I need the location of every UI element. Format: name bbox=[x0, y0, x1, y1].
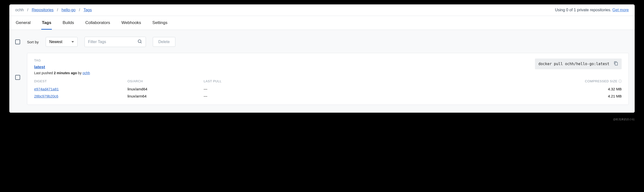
pushed-prefix: Last pushed bbox=[34, 71, 54, 75]
breadcrumb-user: ochh bbox=[15, 8, 24, 12]
tag-card: TAG latest Last pushed 2 minutes ago by … bbox=[27, 53, 629, 105]
header-size-text: COMPRESSED SIZE bbox=[585, 79, 618, 83]
filter-input-wrapper[interactable] bbox=[84, 37, 146, 47]
osarch-cell: linux/arm64 bbox=[128, 94, 204, 98]
sort-value: Newest bbox=[49, 40, 62, 44]
digest-link[interactable]: 28bc979b20c6 bbox=[34, 94, 58, 98]
chevron-down-icon bbox=[72, 41, 74, 43]
tab-settings[interactable]: Settings bbox=[152, 16, 168, 30]
svg-line-1 bbox=[140, 42, 142, 43]
size-cell: 4.21 MB bbox=[578, 94, 622, 98]
pushed-user-link[interactable]: ochh bbox=[82, 71, 90, 75]
tag-info: TAG latest Last pushed 2 minutes ago by … bbox=[34, 59, 90, 75]
search-icon bbox=[137, 39, 142, 45]
tag-name-link[interactable]: latest bbox=[34, 65, 45, 70]
tab-collaborators[interactable]: Collaborators bbox=[85, 16, 110, 30]
pull-command-text: docker pull ochh/hello-go:latest bbox=[538, 62, 609, 66]
repo-tags-window: ochh / Repositories / hello-go / Tags Us… bbox=[9, 4, 635, 113]
info-icon[interactable]: i bbox=[618, 80, 622, 83]
filter-input[interactable] bbox=[88, 40, 137, 44]
quota-text: Using 0 of 1 private repositories. Get m… bbox=[555, 8, 629, 12]
header-digest: DIGEST bbox=[34, 79, 128, 83]
table-row: e974ad471a81 linux/amd64 --- 4.32 MB bbox=[34, 86, 622, 93]
lastpull-cell: --- bbox=[204, 94, 578, 98]
svg-point-0 bbox=[138, 40, 141, 43]
tab-general[interactable]: General bbox=[15, 16, 31, 30]
size-cell: 4.32 MB bbox=[578, 87, 622, 91]
breadcrumb: ochh / Repositories / hello-go / Tags bbox=[15, 8, 92, 12]
tab-builds[interactable]: Builds bbox=[62, 16, 74, 30]
tab-webhooks[interactable]: Webhooks bbox=[121, 16, 142, 30]
breadcrumb-separator: / bbox=[79, 8, 80, 12]
quota-get-more-link[interactable]: Get more bbox=[612, 8, 629, 12]
quota-usage: Using 0 of 1 private repositories. bbox=[555, 8, 611, 12]
delete-button[interactable]: Delete bbox=[153, 37, 175, 47]
digest-link[interactable]: e974ad471a81 bbox=[34, 87, 59, 91]
lastpull-cell: --- bbox=[204, 87, 578, 91]
tag-row-checkbox[interactable] bbox=[15, 75, 20, 80]
breadcrumb-repositories[interactable]: Repositories bbox=[32, 8, 54, 12]
tag-column-header: TAG bbox=[34, 59, 90, 62]
content-area: Sort by Newest Delete TAG bbox=[9, 30, 635, 113]
tag-card-row: TAG latest Last pushed 2 minutes ago by … bbox=[15, 53, 629, 105]
header-lastpull: LAST PULL bbox=[204, 79, 578, 83]
copy-icon[interactable] bbox=[614, 61, 618, 67]
breadcrumb-bar: ochh / Repositories / hello-go / Tags Us… bbox=[9, 4, 635, 16]
header-osarch: OS/ARCH bbox=[128, 79, 204, 83]
pushed-by: by bbox=[77, 71, 82, 75]
select-all-checkbox[interactable] bbox=[15, 39, 20, 44]
pull-command-box[interactable]: docker pull ochh/hello-go:latest bbox=[535, 59, 622, 69]
header-size: COMPRESSED SIZE i bbox=[578, 79, 622, 83]
osarch-cell: linux/amd64 bbox=[128, 87, 204, 91]
tab-tags[interactable]: Tags bbox=[41, 16, 52, 30]
tabs-nav: General Tags Builds Collaborators Webhoo… bbox=[9, 16, 635, 30]
sort-label: Sort by bbox=[27, 40, 39, 44]
pushed-info: Last pushed 2 minutes ago by ochh bbox=[34, 71, 90, 75]
card-header: TAG latest Last pushed 2 minutes ago by … bbox=[34, 59, 622, 75]
breadcrumb-separator: / bbox=[27, 8, 28, 12]
breadcrumb-repo[interactable]: hello-go bbox=[62, 8, 76, 12]
sort-select[interactable]: Newest bbox=[46, 37, 78, 47]
watermark: @欧泡果奶的小站 bbox=[0, 117, 644, 125]
breadcrumb-page[interactable]: Tags bbox=[84, 8, 92, 12]
toolbar: Sort by Newest Delete bbox=[15, 37, 629, 47]
digest-table: DIGEST OS/ARCH LAST PULL COMPRESSED SIZE… bbox=[34, 79, 622, 100]
breadcrumb-separator: / bbox=[57, 8, 58, 12]
pushed-time: 2 minutes ago bbox=[54, 71, 77, 75]
digest-headers: DIGEST OS/ARCH LAST PULL COMPRESSED SIZE… bbox=[34, 79, 622, 86]
table-row: 28bc979b20c6 linux/arm64 --- 4.21 MB bbox=[34, 93, 622, 100]
row-checkbox-wrap bbox=[15, 53, 20, 80]
